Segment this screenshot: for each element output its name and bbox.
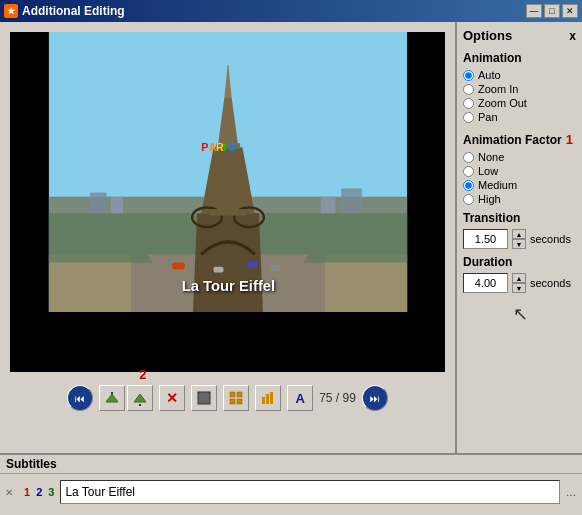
window-title: Additional Editing bbox=[22, 4, 125, 18]
add-slide-button-1[interactable] bbox=[99, 385, 125, 411]
animation-pan[interactable]: Pan bbox=[463, 111, 576, 123]
subtitles-more-button[interactable]: ... bbox=[560, 485, 582, 499]
transition-unit: seconds bbox=[530, 233, 571, 245]
subtitles-header: Subtitles bbox=[0, 455, 582, 474]
svg-rect-26 bbox=[110, 197, 122, 213]
left-panel: P A R I S La Tour Eiffel 2 ⏮ bbox=[0, 22, 455, 453]
duration-down-button[interactable]: ▼ bbox=[512, 283, 526, 293]
animation-zoom-out[interactable]: Zoom Out bbox=[463, 97, 576, 109]
add-slide-button-2[interactable] bbox=[127, 385, 153, 411]
svg-text:La Tour Eiffel: La Tour Eiffel bbox=[181, 278, 275, 294]
svg-rect-33 bbox=[230, 392, 235, 397]
transition-up-button[interactable]: ▲ bbox=[512, 229, 526, 239]
duration-spinner-row: 4.00 ▲ ▼ seconds bbox=[463, 273, 576, 293]
grid-button[interactable] bbox=[223, 385, 249, 411]
svg-rect-15 bbox=[213, 267, 223, 273]
duration-unit: seconds bbox=[530, 277, 571, 289]
delete-button[interactable]: ✕ bbox=[159, 385, 185, 411]
options-panel: Options x Animation Auto Zoom In Zoom Ou… bbox=[455, 22, 582, 453]
svg-marker-30 bbox=[134, 394, 146, 402]
svg-rect-24 bbox=[341, 188, 362, 213]
subtitle-num-1: 1 bbox=[24, 486, 30, 498]
svg-rect-17 bbox=[271, 265, 280, 271]
minimize-button[interactable]: — bbox=[526, 4, 542, 18]
animation-factor-badge: 1 bbox=[566, 132, 573, 147]
duration-up-button[interactable]: ▲ bbox=[512, 273, 526, 283]
subtitle-numbers: 1 2 3 bbox=[18, 486, 60, 498]
subtitles-row: ✕ 1 2 3 La Tour Eiffel ... bbox=[0, 474, 582, 510]
subtitle-text-field[interactable]: La Tour Eiffel bbox=[60, 480, 560, 504]
subtitle-num-2: 2 bbox=[36, 486, 42, 498]
duration-label: Duration bbox=[463, 255, 576, 269]
forward-button[interactable]: ⏭ bbox=[362, 385, 388, 411]
duration-spinner-buttons: ▲ ▼ bbox=[512, 273, 526, 293]
svg-rect-34 bbox=[237, 392, 242, 397]
svg-rect-36 bbox=[237, 399, 242, 404]
main-container: P A R I S La Tour Eiffel 2 ⏮ bbox=[0, 22, 582, 453]
transition-input[interactable]: 1.50 bbox=[463, 229, 508, 249]
close-button[interactable]: ✕ bbox=[562, 4, 578, 18]
factor-medium[interactable]: Medium bbox=[463, 179, 576, 191]
svg-rect-16 bbox=[246, 261, 258, 268]
animation-factor-radio-group: None Low Medium High bbox=[463, 151, 576, 205]
subtitles-panel: Subtitles ✕ 1 2 3 La Tour Eiffel ... bbox=[0, 453, 582, 515]
svg-rect-37 bbox=[262, 397, 265, 404]
svg-text:S: S bbox=[228, 141, 235, 153]
cursor-indicator: ↖ bbox=[513, 303, 576, 325]
rewind-button[interactable]: ⏮ bbox=[67, 385, 93, 411]
transition-label: Transition bbox=[463, 211, 576, 225]
bar-chart-button[interactable] bbox=[255, 385, 281, 411]
preview-image: P A R I S La Tour Eiffel bbox=[10, 32, 445, 312]
factor-none[interactable]: None bbox=[463, 151, 576, 163]
svg-rect-35 bbox=[230, 399, 235, 404]
svg-rect-32 bbox=[198, 392, 210, 404]
svg-rect-38 bbox=[266, 394, 269, 404]
duration-input[interactable]: 4.00 bbox=[463, 273, 508, 293]
svg-rect-25 bbox=[320, 197, 335, 213]
options-title: Options bbox=[463, 28, 512, 43]
animation-label: Animation bbox=[463, 51, 576, 65]
animation-zoom-in[interactable]: Zoom In bbox=[463, 83, 576, 95]
page-counter: 75 / 99 bbox=[319, 391, 356, 405]
animation-factor-label: Animation Factor bbox=[463, 133, 562, 147]
svg-marker-28 bbox=[106, 394, 118, 402]
svg-rect-39 bbox=[270, 392, 273, 404]
animation-radio-group: Auto Zoom In Zoom Out Pan bbox=[463, 69, 576, 123]
transition-spinner-buttons: ▲ ▼ bbox=[512, 229, 526, 249]
app-icon: ★ bbox=[4, 4, 18, 18]
transition-spinner-row: 1.50 ▲ ▼ seconds bbox=[463, 229, 576, 249]
square-button[interactable] bbox=[191, 385, 217, 411]
maximize-button[interactable]: □ bbox=[544, 4, 560, 18]
preview-area: P A R I S La Tour Eiffel bbox=[10, 32, 445, 372]
svg-text:I: I bbox=[223, 141, 226, 153]
svg-text:P: P bbox=[201, 141, 208, 153]
badge-2: 2 bbox=[139, 367, 146, 382]
animation-auto[interactable]: Auto bbox=[463, 69, 576, 81]
options-close-button[interactable]: x bbox=[569, 29, 576, 43]
toolbar: 2 ⏮ ✕ bbox=[67, 380, 388, 416]
subtitle-num-3: 3 bbox=[48, 486, 54, 498]
transition-down-button[interactable]: ▼ bbox=[512, 239, 526, 249]
factor-low[interactable]: Low bbox=[463, 165, 576, 177]
text-button[interactable]: A bbox=[287, 385, 313, 411]
title-bar: ★ Additional Editing — □ ✕ bbox=[0, 0, 582, 22]
svg-rect-12 bbox=[209, 209, 246, 216]
subtitles-close-button[interactable]: ✕ bbox=[0, 474, 18, 510]
factor-high[interactable]: High bbox=[463, 193, 576, 205]
svg-rect-14 bbox=[172, 263, 184, 270]
window-controls: — □ ✕ bbox=[526, 4, 578, 18]
svg-rect-23 bbox=[90, 193, 106, 214]
options-header: Options x bbox=[463, 28, 576, 43]
